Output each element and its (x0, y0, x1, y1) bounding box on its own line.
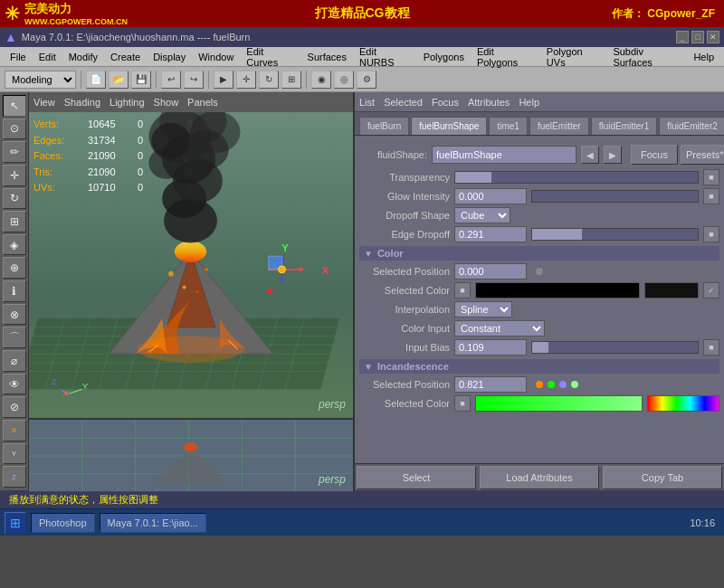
view-menu[interactable]: View (33, 97, 55, 108)
menu-subdiv[interactable]: Subdiv Surfaces (607, 44, 686, 70)
interpolation-select[interactable]: Spline Linear Smooth (454, 301, 512, 318)
status-text: 播放到满意的状态，属性按图调整 (9, 493, 158, 507)
color-section-header[interactable]: ▼ Color (359, 246, 719, 261)
input-bias-slider[interactable] (531, 341, 699, 354)
menu-polygon-uvs[interactable]: Polygon UVs (541, 44, 606, 70)
paint-tool[interactable]: ✏ (3, 141, 26, 163)
menu-edit[interactable]: Edit (33, 50, 62, 64)
viewport-menu: View Shading Lighting Show Panels (29, 92, 353, 112)
transparency-icon-btn[interactable]: ■ (703, 169, 719, 185)
lighting-menu[interactable]: Lighting (110, 97, 145, 108)
menu-surfaces[interactable]: Surfaces (302, 50, 352, 64)
incandescence-section-header[interactable]: ▼ Incandescence (359, 359, 719, 374)
dropoff-shape-select[interactable]: Cube Sphere Cone (454, 207, 510, 223)
toolbar-undo[interactable]: ↩ (161, 71, 181, 89)
toolbar-select[interactable]: ▶ (214, 71, 233, 89)
minimize-button[interactable]: _ (676, 31, 689, 43)
tab-fluidemitter1[interactable]: fluidEmitter1 (591, 117, 658, 135)
glow-intensity-input[interactable] (454, 188, 527, 204)
fluidshape-btn2[interactable]: ▶ (604, 146, 622, 164)
incand-color-icon-btn[interactable]: ■ (454, 395, 471, 412)
scale-tool[interactable]: ⊞ (3, 211, 26, 232)
toolbar-save[interactable]: 💾 (131, 71, 151, 89)
tab-fluidemitter2[interactable]: fluidEmitter2 (659, 117, 724, 135)
select-tool[interactable]: ↖ (3, 95, 26, 117)
input-bias-icon-btn[interactable]: ■ (703, 339, 719, 356)
taskbar-maya[interactable]: Maya 7.0.1: E:\jiao... (100, 513, 206, 533)
tab-fuelemitter[interactable]: fuelEmitter (529, 117, 589, 135)
toolbar-ipr[interactable]: ◎ (334, 71, 354, 89)
info-tool[interactable]: ℹ (3, 280, 26, 302)
presets-button[interactable]: Presets* (681, 145, 724, 165)
glow-intensity-slider[interactable] (531, 190, 699, 203)
toolbar-rotate[interactable]: ↻ (259, 71, 279, 89)
menu-polygons[interactable]: Polygons (418, 50, 470, 64)
toolbar-new[interactable]: 📄 (86, 71, 106, 89)
menu-file[interactable]: File (5, 50, 32, 64)
tab-time1[interactable]: time1 (489, 117, 527, 135)
show-tool[interactable]: 👁 (3, 374, 26, 395)
tab-fuelburnshape[interactable]: fuelBurnShape (411, 117, 487, 135)
manip-tool[interactable]: ◈ (3, 234, 26, 256)
edge-dropoff-slider[interactable] (531, 228, 699, 241)
attr-attributes-menu[interactable]: Attributes (468, 97, 510, 108)
viewport-bottom[interactable]: persp (29, 418, 353, 490)
lasso-tool[interactable]: ⊙ (3, 119, 26, 140)
sculpt-tool[interactable]: ⌀ (3, 350, 26, 372)
hide-tool[interactable]: ⊘ (3, 396, 26, 418)
select-button[interactable]: Select (357, 466, 476, 489)
selected-color-swatch[interactable] (475, 282, 640, 299)
incand-marker-blue (559, 381, 567, 388)
transparency-slider[interactable] (454, 171, 699, 184)
glow-icon-btn[interactable]: ■ (703, 188, 719, 204)
attr-selected-menu[interactable]: Selected (384, 97, 423, 108)
svg-line-47 (69, 389, 82, 394)
menu-create[interactable]: Create (105, 50, 146, 64)
fluidshape-input[interactable] (432, 146, 576, 164)
attr-editor-menu: List Selected Focus Attributes Help (355, 92, 724, 112)
incand-color-swatch[interactable] (475, 395, 643, 412)
edge-dropoff-icon-btn[interactable]: ■ (703, 226, 719, 242)
cluster-tool[interactable]: ⊗ (3, 304, 26, 326)
bend-tool[interactable]: ⌒ (3, 327, 26, 348)
menu-window[interactable]: Window (193, 50, 239, 64)
attr-list-menu[interactable]: List (359, 97, 375, 108)
start-button[interactable]: ⊞ (5, 512, 26, 534)
toolbar-redo[interactable]: ↪ (184, 71, 204, 89)
menu-edit-polygons[interactable]: Edit Polygons (472, 44, 539, 70)
toolbar-scale[interactable]: ⊞ (281, 71, 301, 89)
attr-focus-menu[interactable]: Focus (432, 97, 459, 108)
shading-menu[interactable]: Shading (64, 97, 100, 108)
maximize-button[interactable]: □ (691, 31, 704, 43)
load-attributes-button[interactable]: Load Attributes (480, 466, 599, 489)
input-bias-input[interactable] (454, 339, 527, 356)
rotate-tool[interactable]: ↻ (3, 188, 26, 210)
fluidshape-btn1[interactable]: ◀ (581, 146, 599, 164)
incand-position-input[interactable] (454, 376, 527, 393)
toolbar-settings[interactable]: ⚙ (357, 71, 376, 89)
menu-display[interactable]: Display (148, 50, 191, 64)
move-tool[interactable]: ✛ (3, 165, 26, 186)
show-menu[interactable]: Show (154, 97, 179, 108)
taskbar-photoshop[interactable]: Photoshop (31, 513, 95, 533)
focus-button[interactable]: Focus (631, 145, 678, 165)
close-button[interactable]: ✕ (707, 31, 719, 43)
selected-position-input[interactable] (454, 263, 527, 280)
toolbar-open[interactable]: 📂 (109, 71, 129, 89)
menu-edit-curves[interactable]: Edit Curves (241, 44, 300, 70)
panels-menu[interactable]: Panels (187, 97, 218, 108)
mode-selector[interactable]: Modeling Animation Rendering (5, 71, 76, 89)
color-input-select[interactable]: Constant X Gradient Y Gradient (454, 320, 545, 337)
tab-fuelburn[interactable]: fuelBurn (359, 117, 409, 135)
snap-tool[interactable]: ⊕ (3, 257, 26, 279)
edge-dropoff-input[interactable] (454, 226, 527, 242)
selected-color-icon-btn[interactable]: ■ (454, 282, 471, 299)
menu-help[interactable]: Help (688, 50, 719, 64)
attr-help-menu[interactable]: Help (519, 97, 539, 108)
menu-modify[interactable]: Modify (63, 50, 103, 64)
viewport-3d[interactable]: Verts: 10645 0 0 Edges: 31734 0 0 Faces:… (29, 112, 353, 418)
copy-tab-button[interactable]: Copy Tab (603, 466, 722, 489)
toolbar-render[interactable]: ◉ (311, 71, 331, 89)
menu-edit-nurbs[interactable]: Edit NURBS (354, 44, 416, 70)
toolbar-move[interactable]: ✛ (236, 71, 256, 89)
